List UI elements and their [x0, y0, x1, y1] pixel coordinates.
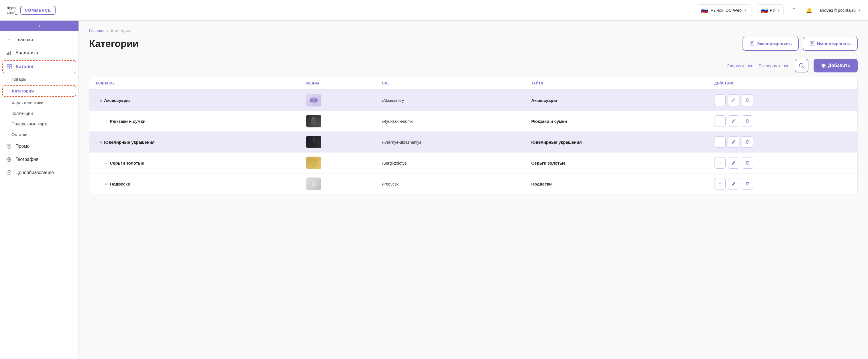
drag-handle-icon[interactable]: ≡: [105, 119, 107, 124]
media-thumbnail: [306, 157, 321, 169]
edit-button[interactable]: [728, 157, 739, 169]
category-name: Подвески: [110, 182, 130, 186]
sidebar-item-home-label: Главная: [16, 37, 33, 42]
svg-point-21: [310, 159, 313, 161]
sidebar-item-characteristics-label: Характеристики: [11, 100, 43, 105]
commerce-badge[interactable]: COMMERCE: [20, 6, 56, 15]
sidebar-item-goods[interactable]: Товары: [0, 74, 79, 85]
categories-table: НАЗВАНИЕ МЕДИА URL ТАЙТЛ ДЕЙСТВИЯ ≡ ∧: [89, 77, 858, 194]
col-media: МЕДИА: [301, 77, 377, 90]
sidebar-item-promo[interactable]: Промо: [0, 140, 79, 153]
drag-handle-icon[interactable]: ≡: [105, 181, 107, 186]
market-label: Рынок: DC Web: [710, 8, 742, 12]
svg-point-17: [314, 98, 318, 102]
add-subcategory-button[interactable]: +: [714, 95, 725, 106]
delete-button[interactable]: [742, 157, 753, 169]
row-name-cell: ≡ Серьги золотые: [95, 160, 296, 165]
lang-chevron-icon: ▼: [777, 9, 780, 12]
add-subcategory-button[interactable]: +: [714, 178, 725, 190]
export-button[interactable]: Экспортировать: [743, 37, 799, 51]
drag-handle-icon[interactable]: ≡: [95, 98, 97, 103]
add-subcategory-button[interactable]: +: [714, 157, 725, 169]
lang-flag: 🇷🇺: [761, 7, 768, 14]
svg-rect-4: [10, 64, 12, 66]
breadcrumb-separator: /: [107, 29, 108, 33]
category-url: /-velirnye-ukrasheniya: [382, 140, 422, 144]
sidebar-item-catalog-label: Каталог: [16, 64, 34, 69]
category-url: /Ryukzaki-i-sumki: [382, 119, 414, 124]
sidebar-item-pricing[interactable]: Ценообразование: [0, 166, 79, 179]
sidebar-item-home[interactable]: ⌂ Главная: [0, 33, 79, 46]
sidebar: ‹ ⌂ Главная Аналитика Каталог: [0, 21, 79, 359]
analytics-icon: [6, 50, 12, 56]
delete-button[interactable]: [742, 136, 753, 148]
sidebar-item-analytics[interactable]: Аналитика: [0, 46, 79, 60]
promo-icon: [6, 143, 12, 150]
row-name-cell: ≡ ∧ Аксессуары: [95, 98, 296, 103]
svg-point-20: [312, 142, 316, 147]
svg-rect-12: [750, 41, 754, 45]
geography-icon: [6, 156, 12, 163]
user-area[interactable]: anova1@pochta.ru ▼: [819, 8, 861, 12]
category-url: /Aksessuary: [382, 98, 404, 103]
edit-button[interactable]: [728, 136, 739, 148]
table-row: ≡ Подвески /Podveski Подвески: [89, 173, 858, 194]
col-actions: ДЕЙСТВИЯ: [709, 77, 858, 90]
main-content: Главная / Категории Категории Экспортиро…: [79, 21, 868, 359]
svg-point-22: [314, 159, 317, 161]
sidebar-collapse-button[interactable]: ‹: [0, 21, 79, 31]
notifications-icon[interactable]: 🔔: [804, 6, 813, 15]
col-title: ТАЙТЛ: [526, 77, 709, 90]
category-title: Подвески: [531, 182, 552, 186]
logo-text: digital chief_: [7, 6, 17, 14]
delete-button[interactable]: [742, 178, 753, 190]
category-name: Рюкзаки и сумки: [110, 119, 146, 124]
expand-icon[interactable]: ∧: [99, 98, 102, 102]
topbar-right: 🇷🇺 Рынок: DC Web ▼ 🇷🇺 РУ ▼ ? 🔔 anova1@po…: [697, 4, 861, 16]
sidebar-item-categories[interactable]: Категории: [2, 85, 76, 97]
add-button[interactable]: ⊕ Добавить: [813, 59, 858, 72]
search-button[interactable]: [795, 59, 808, 72]
edit-button[interactable]: [728, 116, 739, 127]
action-buttons: +: [714, 136, 852, 148]
sidebar-item-gift-cards-label: Подарочные карты: [11, 121, 50, 126]
add-subcategory-button[interactable]: +: [714, 116, 725, 127]
add-subcategory-button[interactable]: +: [714, 136, 725, 148]
edit-button[interactable]: [728, 178, 739, 190]
market-selector[interactable]: 🇷🇺 Рынок: DC Web ▼: [697, 4, 751, 16]
category-title: Аксессуары: [531, 98, 557, 103]
sidebar-item-stock[interactable]: Остатки: [0, 129, 79, 140]
category-title: Рюкзаки и сумки: [531, 119, 567, 124]
collapse-all-button[interactable]: Свернуть все: [727, 63, 754, 68]
drag-handle-icon[interactable]: ≡: [95, 139, 97, 144]
category-name: Серьги золотые: [110, 161, 144, 165]
sidebar-item-geography[interactable]: География: [0, 153, 79, 166]
delete-button[interactable]: [742, 116, 753, 127]
drag-handle-icon[interactable]: ≡: [105, 160, 107, 165]
import-button[interactable]: Импортировать: [803, 37, 858, 51]
lang-selector[interactable]: 🇷🇺 РУ ▼: [757, 4, 784, 16]
row-name-cell: ≡ Подвески: [95, 181, 296, 186]
media-thumbnail: [306, 94, 321, 106]
action-buttons: +: [714, 157, 852, 169]
svg-rect-13: [810, 41, 814, 45]
sidebar-item-gift-cards[interactable]: Подарочные карты: [0, 119, 79, 129]
sidebar-item-collections[interactable]: Коллекции: [0, 108, 79, 119]
breadcrumb-current: Категории: [111, 29, 130, 33]
table-row: ≡ ∧ Ювелирные украшения /-velirnye-ukras…: [89, 132, 858, 153]
sidebar-item-catalog[interactable]: Каталог: [2, 60, 76, 73]
edit-button[interactable]: [728, 95, 739, 106]
expand-icon[interactable]: ∧: [99, 140, 102, 144]
export-icon: [749, 41, 754, 47]
expand-all-button[interactable]: Развернуть все: [758, 63, 789, 68]
export-label: Экспортировать: [757, 41, 792, 46]
catalog-icon: [6, 64, 12, 70]
category-url: /Sergi-zolotye: [382, 161, 407, 165]
svg-rect-1: [8, 52, 9, 55]
breadcrumb-home[interactable]: Главная: [89, 29, 104, 33]
sidebar-item-characteristics[interactable]: Характеристики: [0, 97, 79, 108]
header-actions: Экспортировать Импортировать: [743, 37, 858, 51]
delete-button[interactable]: [742, 95, 753, 106]
market-flag: 🇷🇺: [701, 7, 708, 14]
help-icon[interactable]: ?: [789, 6, 799, 15]
